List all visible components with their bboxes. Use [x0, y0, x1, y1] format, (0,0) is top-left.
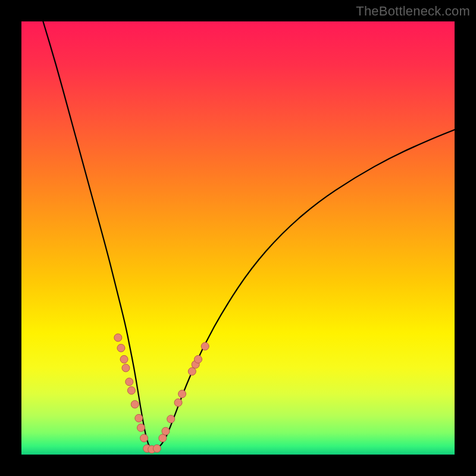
curve-dot — [126, 378, 133, 386]
chart-container: TheBottleneck.com — [0, 0, 476, 476]
curve-dot — [140, 434, 148, 442]
curve-dot — [131, 400, 139, 408]
curve-dot — [174, 399, 182, 406]
curve-dot — [114, 334, 122, 342]
chart-svg — [0, 0, 476, 476]
curve-dot — [117, 344, 125, 352]
curve-dot — [120, 355, 128, 363]
watermark-text: TheBottleneck.com — [356, 4, 470, 19]
curve-dot — [162, 427, 170, 435]
curve-dot — [195, 355, 202, 363]
curve-dot — [159, 434, 167, 442]
curve-dot — [135, 414, 143, 422]
curve-dot — [167, 415, 175, 423]
curve-dot — [188, 368, 196, 375]
curve-dot — [137, 424, 145, 431]
curve-dot — [153, 444, 161, 452]
curve-dot — [201, 343, 209, 350]
curve-dot — [127, 387, 135, 394]
curve-dot — [178, 390, 186, 398]
plot-background — [21, 21, 455, 455]
curve-dot — [122, 364, 130, 372]
